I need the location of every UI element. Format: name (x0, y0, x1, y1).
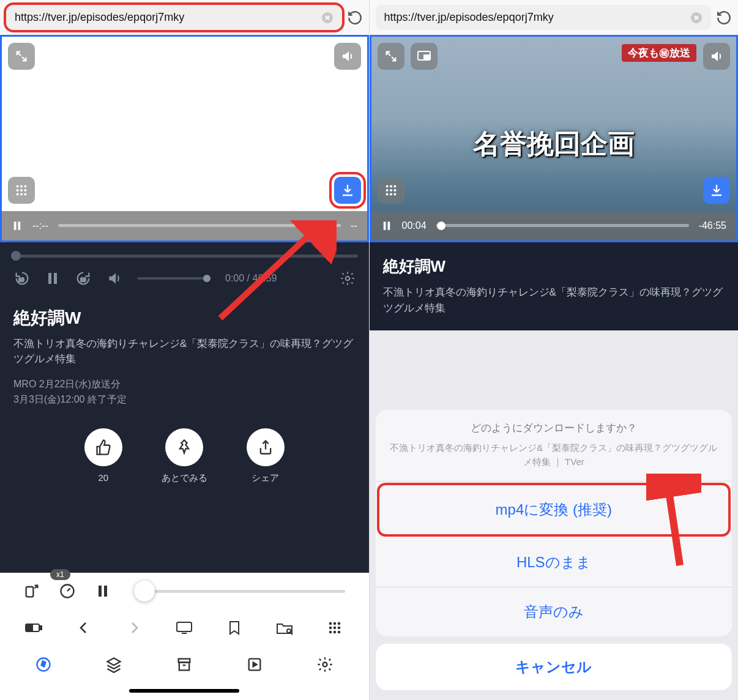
fullscreen-icon[interactable] (378, 43, 404, 70)
home-indicator (129, 689, 239, 693)
cancel-button[interactable]: キャンセル (376, 644, 732, 690)
grid-menu-icon[interactable] (378, 177, 404, 204)
svg-point-1 (17, 185, 19, 187)
volume-slider[interactable] (137, 277, 211, 280)
watch-later-action[interactable]: あとでみる (162, 428, 207, 484)
compass-icon[interactable] (34, 655, 53, 674)
rewind-10-icon[interactable]: 10 (13, 270, 31, 287)
svg-point-17 (345, 277, 349, 281)
pause-icon[interactable] (12, 220, 23, 231)
svg-rect-23 (40, 626, 42, 630)
svg-point-44 (386, 185, 388, 187)
layers-icon[interactable] (104, 655, 124, 674)
sheet-question: どのようにダウンロードしますか？ (388, 421, 720, 435)
time-current: --:-- (32, 220, 48, 231)
svg-point-49 (393, 189, 396, 192)
pause-icon[interactable] (93, 581, 113, 601)
time-current: 00:04 (402, 220, 427, 231)
svg-rect-43 (424, 55, 429, 59)
svg-point-6 (24, 189, 26, 192)
fullscreen-icon[interactable] (8, 43, 35, 70)
reload-icon[interactable] (716, 10, 732, 26)
share-icon (247, 428, 285, 466)
pause-icon[interactable] (381, 220, 392, 231)
svg-point-26 (287, 629, 291, 633)
volume-icon[interactable] (703, 43, 730, 70)
svg-point-5 (20, 189, 23, 192)
share-action[interactable]: シェア (247, 428, 285, 484)
broadcast-info: MRO 2月22日(水)放送分 (13, 377, 356, 392)
bookmark-icon[interactable] (225, 618, 244, 638)
arrow-annotation (646, 474, 701, 572)
time-remaining: -- (351, 220, 357, 231)
svg-point-9 (24, 193, 26, 195)
svg-point-52 (393, 193, 396, 195)
svg-rect-11 (18, 222, 21, 230)
download-button[interactable] (703, 177, 730, 204)
display-icon[interactable] (174, 618, 194, 638)
brightness-slider[interactable] (137, 590, 345, 593)
forward-10-icon[interactable]: 10 (75, 270, 92, 287)
episode-subtitle: 不漁トリオ真冬の海釣りチャレンジ&「梨泰院クラス」の味再現？グツグツグルメ特集 (0, 336, 369, 367)
svg-point-46 (393, 185, 396, 187)
svg-line-12 (220, 229, 315, 318)
video-player[interactable]: --:-- -- (0, 35, 369, 242)
svg-text:10: 10 (80, 277, 86, 283)
svg-rect-15 (54, 273, 57, 284)
grid-menu-icon[interactable] (8, 177, 35, 204)
svg-point-34 (334, 631, 337, 634)
svg-point-27 (329, 622, 332, 625)
player-progress-bar[interactable]: 00:04 -46:55 (371, 211, 737, 240)
svg-point-2 (20, 185, 23, 187)
video-file-icon[interactable] (245, 655, 264, 674)
svg-point-32 (338, 627, 341, 630)
left-screenshot: https://tver.jp/episodes/epqorj7mky (0, 0, 369, 700)
watch-later-label: あとでみる (162, 472, 207, 484)
archive-icon[interactable] (174, 655, 194, 674)
like-action[interactable]: 20 (84, 428, 122, 484)
svg-line-55 (668, 483, 680, 565)
share-label: シェア (252, 472, 279, 484)
pip-icon[interactable] (411, 43, 438, 70)
speedometer-icon[interactable] (58, 581, 77, 601)
battery-icon[interactable] (24, 618, 43, 638)
svg-point-45 (389, 185, 392, 187)
like-count: 20 (98, 472, 108, 483)
settings-gear-icon[interactable] (315, 655, 335, 674)
url-text: https://tver.jp/episodes/epqorj7mky (15, 11, 184, 24)
download-button[interactable] (334, 177, 361, 204)
thumbs-up-icon (84, 428, 122, 466)
svg-point-7 (17, 193, 19, 195)
page-content: 絶好調W 不漁トリオ真冬の海釣りチャレンジ&「梨泰院クラス」の味再現？グツグツグ… (370, 242, 739, 330)
svg-text:10: 10 (18, 277, 24, 283)
volume-icon[interactable] (334, 43, 361, 70)
svg-rect-24 (27, 625, 32, 630)
forward-icon[interactable] (124, 618, 144, 638)
action-sheet-backdrop[interactable]: どのようにダウンロードしますか？ 不漁トリオ真冬の海釣りチャレンジ&「梨泰院クラ… (370, 330, 739, 700)
volume-icon[interactable] (106, 270, 122, 286)
episode-title: 絶好調W (383, 256, 725, 277)
clear-url-icon[interactable] (690, 12, 703, 24)
settings-gear-icon[interactable] (340, 270, 356, 286)
url-input[interactable]: https://tver.jp/episodes/epqorj7mky (6, 5, 342, 30)
svg-point-51 (389, 193, 392, 195)
bottom-toolbar: x1 (0, 573, 369, 700)
right-screenshot: https://tver.jp/episodes/epqorj7mky 今夜も㊙… (369, 0, 739, 700)
svg-rect-14 (48, 273, 51, 284)
back-icon[interactable] (74, 618, 94, 638)
url-input[interactable]: https://tver.jp/episodes/epqorj7mky (376, 5, 712, 30)
option-audio-only[interactable]: 音声のみ (376, 587, 732, 636)
episode-subtitle: 不漁トリオ真冬の海釣りチャレンジ&「梨泰院クラス」の味再現？グツグツグルメ特集 (383, 285, 725, 317)
svg-rect-10 (14, 222, 17, 230)
seek-track[interactable] (436, 224, 689, 227)
pause-icon[interactable] (45, 271, 60, 286)
sheet-description: 不漁トリオ真冬の海釣りチャレンジ&「梨泰院クラス」の味再現？グツグツグルメ特集 … (388, 441, 720, 469)
svg-point-33 (329, 631, 332, 634)
clear-url-icon[interactable] (321, 12, 334, 24)
svg-rect-20 (99, 586, 102, 597)
folder-search-icon[interactable] (275, 618, 294, 638)
video-player[interactable]: 今夜も㊙放送 名誉挽回企画 00:04 -46:55 (370, 35, 739, 242)
reload-icon[interactable] (347, 10, 363, 26)
grid-icon[interactable] (325, 618, 345, 638)
rotate-icon[interactable] (22, 581, 42, 601)
